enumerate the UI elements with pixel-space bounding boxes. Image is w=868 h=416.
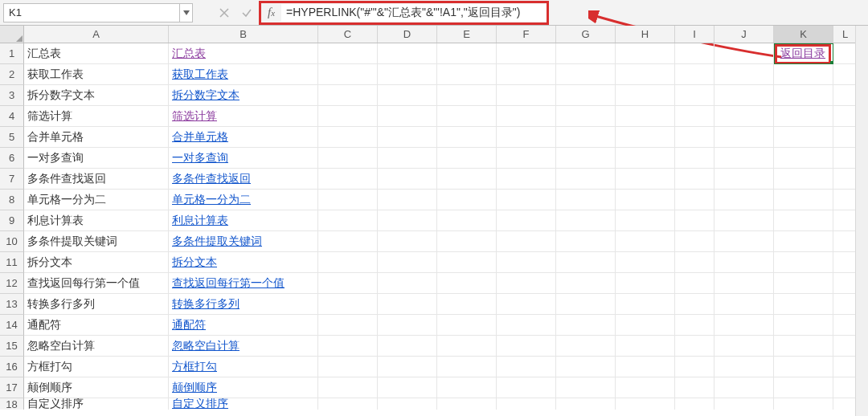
hyperlink[interactable]: 查找返回每行第一个值: [172, 276, 285, 291]
cell-C5[interactable]: [318, 127, 378, 148]
cell-C14[interactable]: [318, 315, 378, 336]
cell-G6[interactable]: [556, 148, 616, 169]
cell-H13[interactable]: [616, 294, 675, 315]
cell-H14[interactable]: [616, 315, 675, 336]
cell-F3[interactable]: [497, 85, 556, 106]
fx-icon[interactable]: fx: [261, 6, 281, 19]
cell-B5[interactable]: 合并单元格: [169, 127, 318, 148]
cell-D10[interactable]: [378, 231, 437, 252]
row-header-2[interactable]: 2: [0, 64, 24, 85]
cell-I8[interactable]: [675, 190, 714, 210]
cell-L12[interactable]: [833, 273, 858, 294]
cell-J8[interactable]: [714, 190, 774, 210]
cell-L18[interactable]: [833, 398, 858, 410]
cell-K6[interactable]: [774, 148, 833, 169]
cell-L3[interactable]: [833, 85, 858, 106]
column-header-E[interactable]: E: [437, 26, 497, 43]
cell-D14[interactable]: [378, 315, 437, 336]
cell-B14[interactable]: 通配符: [169, 315, 318, 336]
cell-E11[interactable]: [437, 252, 497, 273]
column-header-C[interactable]: C: [318, 26, 378, 43]
cell-H10[interactable]: [616, 231, 675, 252]
cell-B17[interactable]: 颠倒顺序: [169, 377, 318, 398]
cell-D3[interactable]: [378, 85, 437, 106]
cell-E12[interactable]: [437, 273, 497, 294]
cell-G2[interactable]: [556, 64, 616, 85]
cell-K13[interactable]: [774, 294, 833, 315]
cell-C13[interactable]: [318, 294, 378, 315]
cell-K4[interactable]: [774, 106, 833, 127]
cell-E1[interactable]: [437, 43, 497, 64]
return-link[interactable]: 返回目录: [780, 47, 825, 61]
cell-F6[interactable]: [497, 148, 556, 169]
row-header-12[interactable]: 12: [0, 273, 24, 294]
column-header-B[interactable]: B: [169, 26, 318, 43]
column-header-G[interactable]: G: [556, 26, 616, 43]
cell-C10[interactable]: [318, 231, 378, 252]
cell-B9[interactable]: 利息计算表: [169, 210, 318, 231]
cell-J11[interactable]: [714, 252, 774, 273]
cell-H17[interactable]: [616, 377, 675, 398]
cell-B6[interactable]: 一对多查询: [169, 148, 318, 169]
cell-F1[interactable]: [497, 43, 556, 64]
cell-E13[interactable]: [437, 294, 497, 315]
row-header-11[interactable]: 11: [0, 252, 24, 273]
cell-I16[interactable]: [675, 357, 714, 377]
cell-H5[interactable]: [616, 127, 675, 148]
cell-D18[interactable]: [378, 398, 437, 410]
vertical-scrollbar[interactable]: [855, 26, 868, 416]
cell-C4[interactable]: [318, 106, 378, 127]
cell-A15[interactable]: 忽略空白计算: [24, 336, 169, 357]
cell-A5[interactable]: 合并单元格: [24, 127, 169, 148]
cell-G5[interactable]: [556, 127, 616, 148]
cell-E5[interactable]: [437, 127, 497, 148]
cell-K3[interactable]: [774, 85, 833, 106]
cell-I18[interactable]: [675, 398, 714, 410]
cell-E10[interactable]: [437, 231, 497, 252]
cell-F15[interactable]: [497, 336, 556, 357]
cell-G16[interactable]: [556, 357, 616, 377]
cell-L1[interactable]: [833, 43, 858, 64]
cell-D17[interactable]: [378, 377, 437, 398]
row-header-7[interactable]: 7: [0, 169, 24, 190]
cell-E4[interactable]: [437, 106, 497, 127]
cell-E8[interactable]: [437, 190, 497, 210]
cell-J6[interactable]: [714, 148, 774, 169]
hyperlink[interactable]: 获取工作表: [172, 67, 228, 82]
cell-K17[interactable]: [774, 377, 833, 398]
cell-G8[interactable]: [556, 190, 616, 210]
cell-F7[interactable]: [497, 169, 556, 190]
row-header-18[interactable]: 18: [0, 398, 24, 410]
hyperlink[interactable]: 拆分数字文本: [172, 88, 240, 103]
cell-K1[interactable]: 返回目录: [774, 43, 833, 64]
cell-J1[interactable]: [714, 43, 774, 64]
cell-C11[interactable]: [318, 252, 378, 273]
cell-J15[interactable]: [714, 336, 774, 357]
cell-C12[interactable]: [318, 273, 378, 294]
cell-C7[interactable]: [318, 169, 378, 190]
row-header-5[interactable]: 5: [0, 127, 24, 148]
cell-D9[interactable]: [378, 210, 437, 231]
column-header-A[interactable]: A: [24, 26, 169, 43]
cell-A11[interactable]: 拆分文本: [24, 252, 169, 273]
select-all-corner[interactable]: [0, 26, 24, 43]
cell-L13[interactable]: [833, 294, 858, 315]
cell-B18[interactable]: 自定义排序: [169, 398, 318, 410]
cell-G18[interactable]: [556, 398, 616, 410]
cell-L7[interactable]: [833, 169, 858, 190]
cell-L9[interactable]: [833, 210, 858, 231]
hyperlink[interactable]: 一对多查询: [172, 151, 228, 165]
cell-G13[interactable]: [556, 294, 616, 315]
cell-F14[interactable]: [497, 315, 556, 336]
cell-K5[interactable]: [774, 127, 833, 148]
cancel-button[interactable]: [215, 4, 233, 22]
cell-I6[interactable]: [675, 148, 714, 169]
row-header-8[interactable]: 8: [0, 190, 24, 210]
cell-G17[interactable]: [556, 377, 616, 398]
hyperlink[interactable]: 自定义排序: [172, 398, 228, 410]
cell-A17[interactable]: 颠倒顺序: [24, 377, 169, 398]
cell-D6[interactable]: [378, 148, 437, 169]
cell-I13[interactable]: [675, 294, 714, 315]
cell-D4[interactable]: [378, 106, 437, 127]
cell-H1[interactable]: [616, 43, 675, 64]
